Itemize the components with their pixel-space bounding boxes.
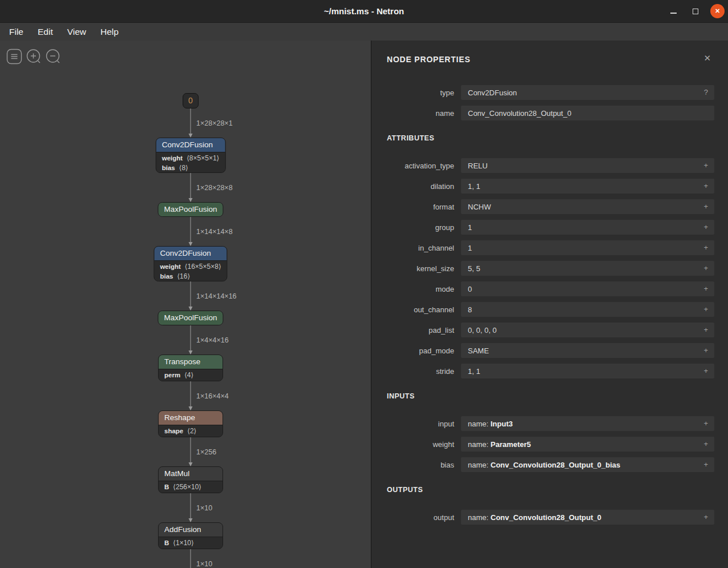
graph-node-reshape[interactable]: Reshapeshape⟨2⟩ bbox=[158, 410, 223, 437]
property-value: Conv2DFusion bbox=[468, 88, 517, 97]
edge-shape-label[interactable]: 1×28×28×8 bbox=[196, 184, 233, 192]
zoom-in-button[interactable] bbox=[26, 49, 42, 65]
field-out_channel[interactable]: 8+ bbox=[461, 302, 714, 317]
field-output[interactable]: name: Conv_Convolution28_Output_0+ bbox=[461, 510, 714, 525]
node-title: Reshape bbox=[159, 411, 223, 425]
help-icon[interactable]: ? bbox=[704, 85, 708, 99]
graph-node-maxpoolfusion[interactable]: MaxPoolFusion bbox=[157, 311, 223, 325]
close-button[interactable]: ✕ bbox=[710, 4, 725, 18]
property-value: name: Input3 bbox=[468, 420, 513, 428]
edge-arrowhead-icon bbox=[189, 462, 193, 466]
edge-arrowhead-icon bbox=[189, 134, 193, 138]
property-row-pad_list: pad_list0, 0, 0, 0+ bbox=[387, 323, 714, 337]
maximize-button[interactable] bbox=[688, 4, 703, 19]
expand-icon[interactable]: + bbox=[703, 510, 708, 524]
window-title: ~/mnist.ms - Netron bbox=[324, 6, 404, 16]
menu-view[interactable]: View bbox=[61, 26, 92, 38]
graph-node-conv2dfusion[interactable]: Conv2DFusionweight⟨8×5×5×1⟩bias⟨8⟩ bbox=[156, 138, 226, 173]
field-format[interactable]: NCHW+ bbox=[461, 199, 714, 214]
expand-icon[interactable]: + bbox=[703, 437, 708, 451]
netron-window: ~/mnist.ms - Netron ✕ FileEditViewHelp bbox=[0, 0, 728, 568]
section-header-outputs: OUTPUTS bbox=[387, 486, 714, 494]
value-prefix: name: bbox=[468, 440, 491, 449]
edge-shape-label[interactable]: 1×4×4×16 bbox=[196, 336, 229, 344]
expand-icon[interactable]: + bbox=[703, 302, 708, 316]
field-kernel_size[interactable]: 5, 5+ bbox=[461, 261, 714, 276]
edge-shape-label[interactable]: 1×10 bbox=[196, 504, 212, 512]
panel-close-icon[interactable]: ✕ bbox=[703, 54, 711, 62]
attr-key: shape bbox=[164, 428, 183, 434]
graph-node-conv2dfusion[interactable]: Conv2DFusionweight⟨16×5×5×8⟩bias⟨16⟩ bbox=[153, 246, 227, 281]
edge-shape-label[interactable]: 1×28×28×1 bbox=[196, 119, 233, 127]
edge-shape-label[interactable]: 1×10 bbox=[196, 560, 212, 568]
zoom-out-button[interactable] bbox=[45, 49, 61, 65]
section-header-inputs: INPUTS bbox=[387, 392, 714, 400]
field-group[interactable]: 1+ bbox=[461, 220, 714, 235]
expand-icon[interactable]: + bbox=[703, 261, 708, 275]
property-label: bias bbox=[387, 461, 454, 469]
expand-icon[interactable]: + bbox=[703, 323, 708, 337]
property-value: SAME bbox=[468, 347, 489, 355]
graph-io-node[interactable]: 0 bbox=[183, 93, 199, 108]
attr-key: B bbox=[164, 484, 169, 490]
expand-icon[interactable]: + bbox=[703, 199, 708, 213]
property-value: NCHW bbox=[468, 203, 491, 211]
graph-canvas[interactable]: 1×28×28×11×28×28×81×14×14×81×14×14×161×4… bbox=[0, 41, 371, 568]
titlebar[interactable]: ~/mnist.ms - Netron ✕ bbox=[0, 0, 728, 23]
menu-icon bbox=[6, 49, 22, 65]
maximize-icon bbox=[693, 9, 698, 14]
attr-value: ⟨8⟩ bbox=[179, 164, 188, 172]
attr-value: ⟨16×5×5×8⟩ bbox=[185, 263, 221, 271]
property-row-weight: weightname: Parameter5+ bbox=[387, 437, 714, 452]
graph-node-matmul[interactable]: MatMulB⟨256×10⟩ bbox=[158, 466, 223, 493]
attr-value: ⟨256×10⟩ bbox=[173, 483, 201, 491]
node-attributes: perm⟨4⟩ bbox=[159, 369, 223, 381]
property-label: in_channel bbox=[387, 244, 454, 252]
expand-icon[interactable]: + bbox=[703, 281, 708, 296]
sidebar-menu-button[interactable] bbox=[6, 49, 22, 65]
graph-node-maxpoolfusion[interactable]: MaxPoolFusion bbox=[157, 202, 223, 217]
menu-file[interactable]: File bbox=[3, 26, 30, 38]
edge-shape-label[interactable]: 1×14×14×8 bbox=[196, 228, 233, 236]
expand-icon[interactable]: + bbox=[703, 240, 708, 255]
expand-icon[interactable]: + bbox=[703, 343, 708, 357]
expand-icon[interactable]: + bbox=[703, 179, 708, 193]
minimize-button[interactable] bbox=[666, 4, 681, 19]
field-activation_type[interactable]: RELU+ bbox=[461, 158, 714, 173]
graph-node-transpose[interactable]: Transposeperm⟨4⟩ bbox=[158, 355, 223, 381]
field-mode[interactable]: 0+ bbox=[461, 281, 714, 296]
property-row-pad_mode: pad_modeSAME+ bbox=[387, 343, 714, 358]
field-bias[interactable]: name: Conv_Convolution28_Output_0_bias+ bbox=[461, 457, 714, 472]
attr-key: weight bbox=[162, 155, 183, 162]
field-name[interactable]: Conv_Convolution28_Output_0 bbox=[461, 106, 714, 120]
expand-icon[interactable]: + bbox=[703, 364, 708, 378]
field-in_channel[interactable]: 1+ bbox=[461, 240, 714, 255]
property-row-stride: stride1, 1+ bbox=[387, 364, 714, 378]
edge-arrowhead-icon bbox=[189, 307, 193, 311]
field-pad_list[interactable]: 0, 0, 0, 0+ bbox=[461, 323, 714, 337]
property-label: output bbox=[387, 513, 454, 522]
edge-shape-label[interactable]: 1×14×14×16 bbox=[196, 292, 237, 300]
node-attributes: B⟨1×10⟩ bbox=[159, 537, 223, 549]
field-pad_mode[interactable]: SAME+ bbox=[461, 343, 714, 358]
property-row-dilation: dilation1, 1+ bbox=[387, 179, 714, 194]
field-input[interactable]: name: Input3+ bbox=[461, 416, 714, 431]
property-label: input bbox=[387, 420, 454, 428]
property-row-format: formatNCHW+ bbox=[387, 199, 714, 214]
graph-node-addfusion[interactable]: AddFusionB⟨1×10⟩ bbox=[158, 522, 223, 549]
property-value: name: Parameter5 bbox=[468, 440, 531, 449]
expand-icon[interactable]: + bbox=[703, 158, 708, 172]
menu-edit[interactable]: Edit bbox=[31, 26, 59, 38]
field-stride[interactable]: 1, 1+ bbox=[461, 364, 714, 378]
property-label: out_channel bbox=[387, 305, 454, 314]
edge-shape-label[interactable]: 1×16×4×4 bbox=[196, 392, 229, 400]
expand-icon[interactable]: + bbox=[703, 416, 708, 430]
field-weight[interactable]: name: Parameter5+ bbox=[461, 437, 714, 452]
menu-help[interactable]: Help bbox=[94, 26, 125, 38]
expand-icon[interactable]: + bbox=[703, 457, 708, 472]
field-dilation[interactable]: 1, 1+ bbox=[461, 179, 714, 194]
expand-icon[interactable]: + bbox=[703, 220, 708, 234]
edge-shape-label[interactable]: 1×256 bbox=[196, 448, 216, 456]
field-type[interactable]: Conv2DFusion? bbox=[461, 85, 714, 100]
edge-arrowhead-icon bbox=[189, 242, 193, 246]
